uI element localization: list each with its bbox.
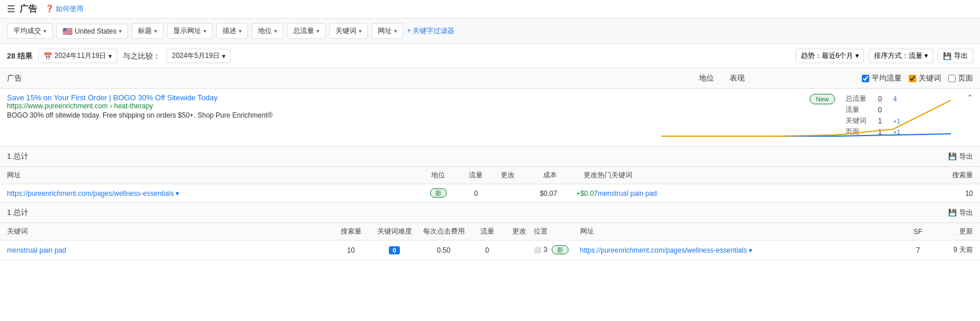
results-count: 28 结果 — [7, 51, 32, 61]
chevron-down-icon: ▾ — [119, 28, 122, 34]
keyword-checkbox-label: 关键词 — [919, 73, 941, 83]
total-traffic-filter[interactable]: 总流量 ▾ — [287, 23, 326, 39]
collapse-button[interactable]: ⌃ — [967, 93, 973, 102]
cost-col-header: 成本 — [522, 170, 557, 180]
kw-export-button[interactable]: 💾 导出 — [948, 208, 973, 218]
kw-sf-col-header: SF — [904, 228, 932, 236]
url-search: 10 — [927, 189, 973, 198]
kw-position: ⬜ 3 新 — [534, 246, 580, 254]
new-position-badge: 新 — [552, 245, 569, 254]
kw-diff-col-header: 关键词难度 — [371, 227, 418, 236]
chevron-down-icon: ▾ — [924, 52, 928, 60]
location-filter[interactable]: 地位 ▾ — [252, 23, 283, 39]
position-icon: ⬜ — [534, 247, 541, 253]
url-export-button[interactable]: 💾 导出 — [948, 152, 973, 162]
chart-svg — [661, 94, 951, 141]
ad-row: Save 15% on Your First Order | BOGO 30% … — [0, 89, 980, 147]
menu-icon[interactable]: ☰ — [7, 3, 15, 14]
url-cost: $0.07 — [522, 189, 557, 198]
avg-deal-filter[interactable]: 平均成交 ▾ — [7, 23, 53, 39]
url-summary-row: 1 总计 💾 导出 — [0, 147, 980, 167]
page-checkbox-label: 页面 — [958, 73, 973, 83]
kw-data-row: menstrual pain pad 10 0 0.50 0 ⬜ 3 新 htt… — [0, 240, 980, 260]
url-col-header: 网址 — [7, 170, 418, 180]
avg-traffic-checkbox-group: 平均流量 — [862, 73, 902, 83]
export-icon: 💾 — [943, 52, 952, 60]
hotkey-link[interactable]: menstrual pain pad — [598, 189, 657, 198]
col-position-header: 地位 — [683, 73, 730, 83]
export-icon: 💾 — [948, 152, 957, 160]
kw-keyword: menstrual pain pad — [7, 246, 331, 254]
kw-cpc-col-header: 每次点击费用 — [418, 227, 470, 236]
new-badge: 新 — [430, 188, 447, 198]
keyword-filter[interactable]: 关键词 ▾ — [329, 23, 368, 39]
kw-search-col-header: 搜索量 — [331, 227, 371, 236]
results-bar-right: 趋势：最近6个月 ▾ 排序方式：流量 ▾ 💾 导出 — [796, 49, 973, 63]
calendar-icon: 📅 — [43, 52, 52, 60]
date-compare-button[interactable]: 2024年5月19日 ▾ — [166, 49, 231, 63]
col-ad-header: 广告 — [7, 73, 683, 83]
url-data-row: https://pureenrichment.com/pages/wellnes… — [0, 184, 980, 203]
title-filter[interactable]: 标题 ▾ — [132, 23, 163, 39]
export-button[interactable]: 💾 导出 — [938, 49, 973, 63]
chevron-down-icon: ▾ — [274, 28, 277, 34]
chevron-down-icon: ▾ — [154, 28, 157, 34]
keyword-checkbox[interactable] — [909, 75, 916, 82]
flag-icon: 🇺🇸 — [63, 27, 72, 36]
pos-col-header: 地位 — [418, 170, 458, 180]
chevron-down-icon: ▾ — [222, 52, 225, 60]
difficulty-badge: 0 — [389, 246, 399, 254]
trend-button[interactable]: 趋势：最近6个月 ▾ — [796, 49, 864, 63]
kw-update: 9 天前 — [932, 245, 973, 255]
sort-button[interactable]: 排序方式：流量 ▾ — [869, 49, 933, 63]
page-checkbox-group: 页面 — [948, 73, 973, 83]
url-table-header: 网址 地位 流量 更改 成本 更改 热门关键词 搜索量 — [0, 167, 980, 184]
kw-cpc: 0.50 — [418, 246, 470, 254]
change2-col-header: 更改 — [557, 170, 598, 180]
page-checkbox[interactable] — [948, 75, 956, 82]
avg-traffic-checkbox[interactable] — [862, 75, 869, 82]
add-keyword-filter-button[interactable]: + 关键字过滤器 — [407, 26, 454, 36]
compare-label: 与之比较： — [123, 51, 161, 61]
url-value: https://pureenrichment.com/pages/wellnes… — [7, 189, 418, 198]
date-start-button[interactable]: 📅 2024年11月19日 ▾ — [38, 49, 117, 63]
chevron-down-icon: ▾ — [394, 28, 397, 34]
col-checkboxes: 平均流量 关键词 页面 — [862, 73, 973, 83]
keyword-link[interactable]: menstrual pain pad — [7, 246, 66, 254]
kw-update-col-header: 更新 — [932, 227, 973, 236]
kw-difficulty: 0 — [371, 246, 418, 254]
hotkey-col-header: 热门关键词 — [598, 170, 927, 180]
search-col-header: 搜索量 — [927, 170, 973, 180]
change-col-header: 更改 — [493, 170, 522, 180]
description-filter[interactable]: 描述 ▾ — [216, 23, 248, 39]
display-url-filter[interactable]: 显示网址 ▾ — [167, 23, 213, 39]
kw-url-col-header: 网址 — [580, 227, 904, 236]
keyword-checkbox-group: 关键词 — [909, 73, 941, 83]
website-filter[interactable]: 网址 ▾ — [371, 23, 403, 39]
url-change2: +$0.07 — [557, 189, 598, 198]
trend-chart — [661, 94, 951, 141]
kw-summary-label: 1 总计 — [7, 207, 28, 218]
dropdown-icon[interactable]: ▾ — [749, 246, 752, 254]
kw-table-header: 关键词 搜索量 关键词难度 每次点击费用 流量 更改 位置 网址 SF 更新 — [0, 223, 980, 240]
chevron-down-icon: ▾ — [239, 28, 242, 34]
help-link[interactable]: ❓ 如何使用 — [45, 4, 83, 14]
avg-traffic-label: 平均流量 — [872, 73, 902, 83]
kw-traffic-col-header: 流量 — [470, 227, 505, 236]
kw-pos-col-header: 位置 — [534, 227, 580, 236]
dropdown-icon[interactable]: ▾ — [176, 189, 179, 198]
chevron-down-icon: ▾ — [43, 28, 46, 34]
country-filter[interactable]: 🇺🇸 United States ▾ — [56, 24, 128, 39]
kw-url: https://pureenrichment.com/pages/wellnes… — [580, 246, 904, 254]
url-link[interactable]: https://pureenrichment.com/pages/wellnes… — [7, 189, 174, 198]
ad-title-link[interactable]: Save 15% on Your First Order | BOGO 30% … — [7, 93, 217, 102]
chevron-down-icon: ▾ — [108, 52, 112, 60]
url-traffic: 0 — [458, 189, 493, 198]
url-position: 新 — [418, 189, 458, 198]
chevron-down-icon: ▾ — [316, 28, 319, 34]
kw-url-link[interactable]: https://pureenrichment.com/pages/wellnes… — [580, 246, 747, 254]
kw-col-header: 关键词 — [7, 227, 331, 236]
kw-change-col-header: 更改 — [505, 227, 534, 236]
export-icon: 💾 — [948, 209, 957, 217]
change-positive: +$0.07 — [576, 189, 598, 198]
